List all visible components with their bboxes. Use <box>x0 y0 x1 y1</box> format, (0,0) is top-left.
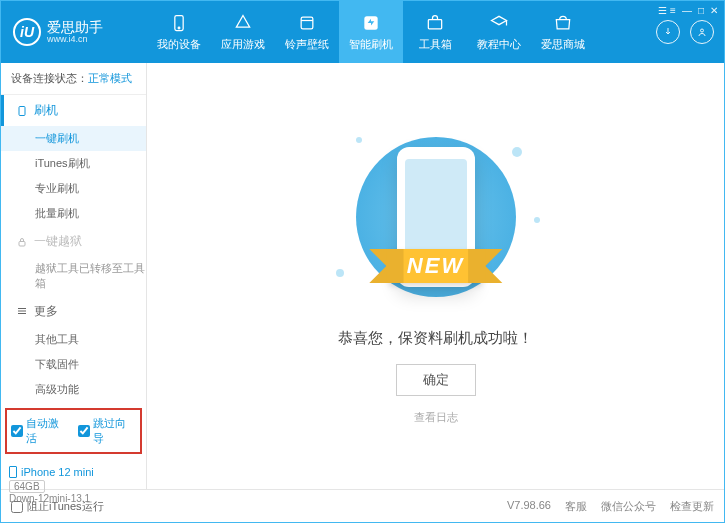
device-name-row: iPhone 12 mini <box>9 466 138 478</box>
user-icon[interactable] <box>690 20 714 44</box>
svg-rect-4 <box>428 19 441 28</box>
close-icon[interactable]: ✕ <box>710 5 718 16</box>
nav-tutorials[interactable]: 教程中心 <box>467 1 531 63</box>
tutorials-icon <box>489 13 509 33</box>
sidebar-item-onekey[interactable]: 一键刷机 <box>1 126 146 151</box>
device-name: iPhone 12 mini <box>21 466 94 478</box>
download-icon[interactable] <box>656 20 680 44</box>
main-content: NEW 恭喜您，保资料刷机成功啦！ 确定 查看日志 <box>147 63 724 489</box>
chk-auto-activate-input[interactable] <box>11 425 23 437</box>
toolbox-icon <box>425 13 445 33</box>
nav-label: 我的设备 <box>157 37 201 52</box>
nav-toolbox[interactable]: 工具箱 <box>403 1 467 63</box>
update-link[interactable]: 检查更新 <box>670 499 714 514</box>
header-right <box>656 20 724 44</box>
sidebar: 设备连接状态：正常模式 刷机 一键刷机 iTunes刷机 专业刷机 批量刷机 一… <box>1 63 147 489</box>
chk-label: 阻止iTunes运行 <box>27 499 104 514</box>
sidebar-group-label: 刷机 <box>34 102 58 119</box>
chk-block-itunes[interactable]: 阻止iTunes运行 <box>11 499 104 514</box>
nav-ringtones[interactable]: 铃声壁纸 <box>275 1 339 63</box>
menu-icon <box>16 305 28 317</box>
minimize-icon[interactable]: — <box>682 5 692 16</box>
view-log-link[interactable]: 查看日志 <box>414 410 458 425</box>
apps-icon <box>233 13 253 33</box>
wechat-link[interactable]: 微信公众号 <box>601 499 656 514</box>
sidebar-group-flash[interactable]: 刷机 <box>1 95 146 126</box>
logo: iU 爱思助手 www.i4.cn <box>1 18 147 46</box>
top-nav: 我的设备 应用游戏 铃声壁纸 智能刷机 工具箱 教程中心 爱思商城 <box>147 1 656 63</box>
logo-icon: iU <box>13 18 41 46</box>
svg-rect-2 <box>301 17 313 29</box>
sidebar-item-batch[interactable]: 批量刷机 <box>1 201 146 226</box>
header: iU 爱思助手 www.i4.cn 我的设备 应用游戏 铃声壁纸 智能刷机 工具… <box>1 1 724 63</box>
version-label: V7.98.66 <box>507 499 551 514</box>
sidebar-item-other[interactable]: 其他工具 <box>1 327 146 352</box>
sidebar-group-label: 一键越狱 <box>34 233 82 250</box>
nav-flash[interactable]: 智能刷机 <box>339 1 403 63</box>
nav-label: 铃声壁纸 <box>285 37 329 52</box>
sidebar-item-download[interactable]: 下载固件 <box>1 352 146 377</box>
sidebar-group-more[interactable]: 更多 <box>1 296 146 327</box>
connection-status: 设备连接状态：正常模式 <box>1 63 146 95</box>
status-value: 正常模式 <box>88 72 132 84</box>
chk-skip-guide[interactable]: 跳过向导 <box>78 416 137 446</box>
nav-label: 智能刷机 <box>349 37 393 52</box>
lock-icon <box>16 236 28 248</box>
sidebar-group-label: 更多 <box>34 303 58 320</box>
phone-icon <box>9 466 17 478</box>
svg-point-1 <box>178 27 180 29</box>
nav-label: 应用游戏 <box>221 37 265 52</box>
new-ribbon: NEW <box>389 249 482 283</box>
flash-icon <box>361 13 381 33</box>
window-controls: ☰ ≡ — □ ✕ <box>658 5 718 16</box>
sidebar-item-advanced[interactable]: 高级功能 <box>1 377 146 402</box>
nav-label: 工具箱 <box>419 37 452 52</box>
success-message: 恭喜您，保资料刷机成功啦！ <box>338 329 533 348</box>
sidebar-item-pro[interactable]: 专业刷机 <box>1 176 146 201</box>
service-link[interactable]: 客服 <box>565 499 587 514</box>
nav-label: 教程中心 <box>477 37 521 52</box>
device-capacity: 64GB <box>9 480 45 493</box>
chk-skip-guide-input[interactable] <box>78 425 90 437</box>
settings-icon[interactable]: ☰ ≡ <box>658 5 676 16</box>
sidebar-item-itunes[interactable]: iTunes刷机 <box>1 151 146 176</box>
success-illustration: NEW <box>326 127 546 307</box>
chk-auto-activate[interactable]: 自动激活 <box>11 416 70 446</box>
device-icon <box>169 13 189 33</box>
ringtone-icon <box>297 13 317 33</box>
nav-my-device[interactable]: 我的设备 <box>147 1 211 63</box>
jailbreak-note: 越狱工具已转移至工具箱 <box>1 257 146 296</box>
maximize-icon[interactable]: □ <box>698 5 704 16</box>
confirm-button[interactable]: 确定 <box>396 364 476 396</box>
chk-block-itunes-input[interactable] <box>11 501 23 513</box>
svg-point-5 <box>701 29 704 32</box>
chk-label: 跳过向导 <box>93 416 137 446</box>
app-site: www.i4.cn <box>47 35 103 44</box>
status-label: 设备连接状态： <box>11 72 88 84</box>
svg-rect-6 <box>19 106 25 115</box>
checkbox-group: 自动激活 跳过向导 <box>5 408 142 454</box>
svg-rect-7 <box>19 241 25 246</box>
sidebar-group-jailbreak: 一键越狱 <box>1 226 146 257</box>
nav-label: 爱思商城 <box>541 37 585 52</box>
store-icon <box>553 13 573 33</box>
phone-icon <box>16 104 28 118</box>
app-name: 爱思助手 <box>47 20 103 35</box>
nav-store[interactable]: 爱思商城 <box>531 1 595 63</box>
chk-label: 自动激活 <box>26 416 70 446</box>
nav-apps[interactable]: 应用游戏 <box>211 1 275 63</box>
